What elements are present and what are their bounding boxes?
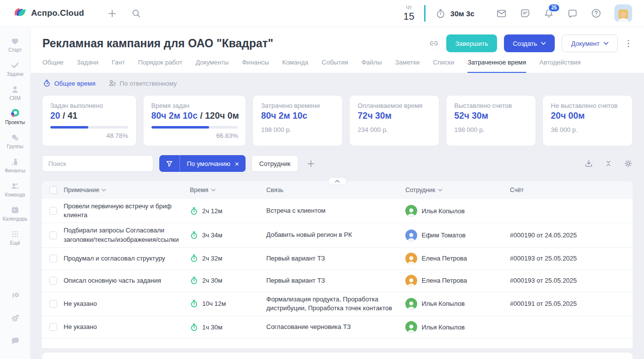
sort-chevron-icon[interactable] — [211, 189, 215, 192]
copy-link-icon[interactable] — [429, 38, 439, 49]
collapse-rows-icon[interactable] — [605, 160, 612, 167]
quick-add-icon[interactable] — [107, 8, 117, 19]
relation-link[interactable]: Встреча с клиентом — [266, 206, 325, 215]
tab-гант[interactable]: Гант — [111, 59, 125, 73]
relation-link[interactable]: Формализация продукта, Проработка дистри… — [266, 295, 397, 313]
help-icon[interactable] — [591, 8, 602, 19]
tab-автодействия[interactable]: Автодействия — [539, 59, 581, 73]
stat-card: Выставлено счетов 52ч 30м 198 000 р. — [446, 95, 536, 146]
sidebar-bottom-settings-icon[interactable] — [10, 308, 20, 330]
sort-chevron-icon[interactable] — [438, 189, 442, 192]
more-actions-menu-icon[interactable] — [625, 38, 632, 49]
notes-icon[interactable] — [520, 8, 531, 19]
row-checkbox[interactable] — [49, 231, 57, 239]
sidebar-item-calendar[interactable]: Календарь — [2, 201, 27, 225]
sidebar-item-more[interactable]: Ещё — [2, 225, 27, 249]
sidebar-bottom-support-chat-icon[interactable] — [10, 330, 20, 353]
finish-button[interactable]: Завершить — [446, 34, 497, 52]
search-icon[interactable] — [131, 8, 141, 18]
table-row[interactable]: Провели первичную встречу и бриф клиента… — [42, 199, 633, 223]
notifications-bell-icon[interactable]: 25 — [543, 8, 554, 19]
time-value: 2ч 30м — [202, 277, 222, 284]
employee-avatar — [405, 275, 417, 287]
sidebar-item-label: Группы — [7, 144, 23, 149]
tab-затраченное-время[interactable]: Затраченное время — [467, 59, 526, 73]
relation-link[interactable]: Добавить новый регион в РК — [266, 230, 352, 239]
employee-name[interactable]: Илья Копылов — [422, 300, 465, 307]
table-settings-gear-icon[interactable] — [624, 159, 633, 168]
employee-name[interactable]: Елена Петрова — [422, 255, 467, 262]
document-button[interactable]: Документ — [562, 34, 618, 52]
mail-icon[interactable] — [496, 8, 507, 19]
row-checkbox[interactable] — [49, 277, 57, 285]
collapse-panel-button[interactable] — [328, 177, 347, 185]
sidebar-bottom-product-icon[interactable] — [10, 285, 20, 308]
row-checkbox[interactable] — [49, 323, 57, 331]
export-download-icon[interactable] — [584, 159, 593, 168]
column-header-c3[interactable]: Время — [190, 187, 215, 194]
user-avatar[interactable] — [614, 4, 632, 22]
relation-link[interactable]: Согласование черновика ТЗ — [266, 323, 351, 331]
employee-name[interactable]: Илья Копылов — [422, 207, 465, 215]
relation-link[interactable]: Первый вариант ТЗ — [266, 276, 325, 285]
stat-value: 52ч 30м — [454, 111, 528, 121]
column-header-c5[interactable]: Сотрудник — [405, 187, 442, 194]
tab-финансы[interactable]: Финансы — [242, 59, 269, 73]
sidebar-item-projects[interactable]: Проекты — [2, 104, 27, 129]
sidebar-item-crm[interactable]: CRM — [2, 80, 27, 104]
table-row[interactable]: Подбирали запросы Согласовали заголовки/… — [42, 223, 633, 247]
table-row[interactable]: Не указано 1ч 30м Согласование черновика… — [42, 316, 633, 338]
employee-name[interactable]: Елена Петрова — [422, 277, 467, 284]
table-row[interactable]: Продумал и согласовал структуру 2ч 32м П… — [42, 248, 633, 270]
add-filter-icon[interactable] — [306, 159, 316, 168]
table-row[interactable]: Описал основную часть задания 2ч 30м Пер… — [42, 270, 633, 292]
time-value: 2ч 12м — [202, 207, 222, 215]
tab-задачи[interactable]: Задачи — [77, 59, 99, 73]
tab-общие[interactable]: Общие — [42, 59, 64, 73]
tab-заметки[interactable]: Заметки — [395, 59, 420, 73]
search-input[interactable] — [42, 155, 153, 172]
calendar-icon — [10, 205, 20, 215]
stat-value: 80ч 2м 10с / 120ч 0м — [151, 111, 238, 121]
stat-progress-bar — [151, 126, 238, 129]
sidebar-item-tasks[interactable]: Задачи — [2, 56, 27, 80]
filter-clear-icon[interactable]: × — [235, 160, 246, 167]
row-checkbox[interactable] — [49, 207, 57, 215]
table-row[interactable]: Не указано 10ч 12м Формализация продукта… — [42, 292, 633, 316]
sidebar-item-groups[interactable]: Группы — [2, 129, 27, 153]
tab-файлы[interactable]: Файлы — [361, 59, 382, 73]
chat-icon[interactable] — [567, 8, 578, 19]
support-chat-icon — [10, 339, 20, 347]
active-timer[interactable]: 30м 3с — [435, 8, 474, 19]
employee-filter-button[interactable]: Сотрудник — [251, 155, 298, 172]
tab-списки[interactable]: Списки — [433, 59, 454, 73]
tab-команда[interactable]: Команда — [282, 59, 308, 73]
page-header: Рекламная кампания для ОАО "Квадрат" Зав… — [31, 27, 644, 73]
column-header-c2[interactable]: Примечание — [64, 187, 106, 194]
subtab-label: По ответственному — [120, 80, 177, 87]
funnel-icon[interactable] — [159, 155, 180, 172]
relation-link[interactable]: Первый вариант ТЗ — [266, 254, 325, 263]
employee-name[interactable]: Илья Копылов — [422, 324, 465, 331]
employee-name[interactable]: Ефим Томатов — [422, 231, 465, 239]
create-button-label: Создать — [513, 40, 537, 47]
tab-документы[interactable]: Документы — [196, 59, 229, 73]
sidebar-item-finances[interactable]: Финансы — [2, 153, 27, 177]
tab-события[interactable]: События — [322, 59, 348, 73]
row-checkbox[interactable] — [49, 255, 57, 262]
create-button[interactable]: Создать — [504, 34, 555, 52]
subtab-по-ответственному[interactable]: По ответственному — [108, 79, 177, 87]
tasks-icon — [10, 60, 20, 70]
finances-icon — [10, 157, 20, 166]
sort-chevron-icon[interactable] — [102, 189, 106, 192]
time-entry-icon — [190, 299, 198, 308]
select-all-checkbox[interactable] — [49, 186, 57, 194]
subtab-общее-время[interactable]: Общее время — [43, 79, 96, 87]
sidebar-item-team[interactable]: Команда — [2, 177, 27, 201]
row-checkbox[interactable] — [49, 300, 57, 308]
tab-порядок-работ[interactable]: Порядок работ — [138, 59, 182, 73]
calendar-date[interactable]: Чт 15 — [403, 5, 414, 21]
app-logo[interactable]: Аспро.Cloud — [0, 6, 84, 20]
filter-chip[interactable]: По умолчанию × — [159, 155, 246, 172]
sidebar-item-start[interactable]: Старт — [2, 32, 27, 56]
